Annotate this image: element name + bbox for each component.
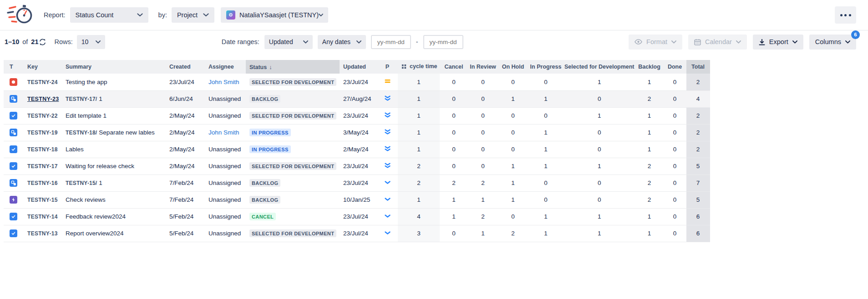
cell-updated: 2/May/24 — [340, 141, 377, 158]
columns-button-wrap: Columns 6 — [809, 35, 856, 50]
app-root: Report: Status Count by: Project Natalia… — [0, 0, 868, 299]
chevron-down-icon — [319, 14, 323, 16]
task-issue-type-icon — [10, 112, 17, 120]
parent-key-prefix: TESTNY-17/ — [66, 96, 97, 102]
dot-icon — [840, 14, 843, 16]
summary-text: Feedback review2024 — [66, 213, 126, 220]
sort-desc-icon: ↓ — [269, 64, 272, 70]
chevron-down-icon — [96, 40, 101, 44]
status-badge: BACKLOG — [249, 95, 280, 103]
column-header-summary[interactable]: Summary — [62, 60, 166, 74]
cell-updated: 23/Jul/24 — [340, 74, 377, 90]
cell-on_hold: 0 — [498, 141, 528, 158]
issue-key-link[interactable]: TESTNY-19 — [27, 130, 58, 136]
table-row: TESTNY-24Testing the app23/Jul/24John Sm… — [4, 74, 710, 90]
column-header-cancel[interactable]: Cancel — [440, 60, 468, 74]
column-header-priority[interactable]: P — [377, 60, 398, 74]
column-header-selected_for_development[interactable]: Selected for Development — [563, 60, 635, 74]
issue-key-link[interactable]: TESTNY-22 — [27, 113, 58, 119]
eye-icon — [635, 39, 642, 45]
cell-created: 23/Jul/24 — [166, 74, 205, 90]
summary-text: Report overview2024 — [66, 230, 124, 237]
column-header-backlog[interactable]: Backlog — [635, 60, 664, 74]
column-header-in_review[interactable]: In Review — [468, 60, 498, 74]
column-header-created[interactable]: Created — [166, 60, 205, 74]
column-label: P — [386, 64, 389, 70]
cell-summary: Edit template 1 — [62, 107, 166, 124]
cell-in_review: 0 — [468, 158, 498, 174]
report-select[interactable]: Status Count — [70, 7, 148, 23]
priority-low-icon — [384, 214, 391, 219]
column-header-done[interactable]: Done — [664, 60, 686, 74]
column-header-status[interactable]: Status↓ — [246, 60, 340, 74]
assignee-text: Unassigned — [208, 95, 241, 102]
cell-summary: TESTNY-15/1 — [62, 174, 166, 191]
table-header-row: TKeySummaryCreatedAssigneeStatus↓Updated… — [4, 60, 710, 74]
date-preset-select[interactable]: Any dates — [318, 35, 366, 49]
cell-cancel: 1 — [440, 208, 468, 225]
report-table: TKeySummaryCreatedAssigneeStatus↓Updated… — [4, 60, 710, 242]
refresh-button[interactable] — [39, 38, 46, 46]
cell-summary: Testing the app — [62, 74, 166, 90]
priority-low-icon — [384, 180, 391, 185]
issue-key-link[interactable]: TESTNY-24 — [27, 79, 58, 85]
column-header-updated[interactable]: Updated — [340, 60, 377, 74]
cell-created: 7/Feb/24 — [166, 191, 205, 208]
cell-done: 0 — [664, 225, 686, 242]
cell-on_hold: 1 — [498, 174, 528, 191]
column-header-key[interactable]: Key — [24, 60, 62, 74]
column-header-type[interactable]: T — [4, 60, 24, 74]
date-field-select[interactable]: Updated — [264, 35, 313, 49]
cell-created: 5/Feb/24 — [166, 208, 205, 225]
cell-key: TESTNY-15 — [24, 191, 62, 208]
issue-key-link[interactable]: TESTNY-18 — [27, 146, 58, 153]
column-header-in_progress[interactable]: In Progress — [528, 60, 563, 74]
date-from-input[interactable] — [371, 35, 411, 49]
rows-per-page-select[interactable]: 10 — [77, 35, 105, 49]
column-header-assignee[interactable]: Assignee — [205, 60, 246, 74]
cell-key: TESTNY-13 — [24, 225, 62, 242]
status-badge: BACKLOG — [249, 179, 280, 187]
date-range-group: Date ranges: Updated Any dates - — [222, 35, 463, 49]
issue-key-link[interactable]: TESTNY-15 — [27, 197, 58, 203]
table-row: TESTNY-18Lables2/May/24UnassignedIN PROG… — [4, 141, 710, 158]
column-label: Key — [27, 64, 38, 70]
cell-backlog: 1 — [635, 208, 664, 225]
issue-key-link[interactable]: TESTNY-13 — [27, 230, 58, 237]
export-button[interactable]: Export — [753, 35, 803, 50]
cell-status: CANCEL — [246, 208, 340, 225]
cell-status: BACKLOG — [246, 174, 340, 191]
cell-done: 0 — [664, 174, 686, 191]
cell-updated: 27/Aug/24 — [340, 90, 377, 107]
columns-button[interactable]: Columns — [809, 35, 856, 50]
cell-assignee: Unassigned — [205, 208, 246, 225]
assignee-link[interactable]: John Smith — [208, 129, 239, 136]
by-select[interactable]: Project — [172, 7, 214, 23]
cell-cycle_time: 4 — [398, 208, 440, 225]
assignee-link[interactable]: John Smith — [208, 79, 239, 85]
column-header-on_hold[interactable]: On Hold — [498, 60, 528, 74]
cell-updated: 23/Jul/24 — [340, 174, 377, 191]
column-label: Done — [668, 64, 682, 70]
issue-key-link[interactable]: TESTNY-17 — [27, 163, 58, 169]
column-header-total[interactable]: Total — [686, 60, 710, 74]
cell-cycle_time: 1 — [398, 141, 440, 158]
issue-key-link[interactable]: TESTNY-14 — [27, 214, 58, 220]
issue-key-link[interactable]: TESTNY-16 — [27, 180, 58, 186]
column-label: Updated — [343, 64, 366, 70]
epic-issue-type-icon — [10, 196, 17, 204]
cell-type — [4, 225, 24, 242]
drag-handle-icon[interactable] — [401, 64, 407, 70]
cell-selected_for_development: 0 — [563, 141, 635, 158]
cell-on_hold: 1 — [498, 158, 528, 174]
project-select[interactable]: NataliaYSaasjet (TESTNY) — [221, 7, 328, 23]
assignee-text: Unassigned — [208, 163, 241, 169]
date-to-input[interactable] — [423, 35, 463, 49]
summary-text: Separate new lables — [99, 129, 154, 136]
columns-count-badge: 6 — [851, 30, 860, 39]
cell-total: 2 — [686, 74, 710, 90]
cell-summary: Waiting for release check — [62, 158, 166, 174]
issue-key-link[interactable]: TESTNY-23 — [27, 96, 59, 102]
column-header-cycle_time[interactable]: cycle time — [398, 60, 440, 74]
more-options-button[interactable] — [835, 6, 856, 24]
